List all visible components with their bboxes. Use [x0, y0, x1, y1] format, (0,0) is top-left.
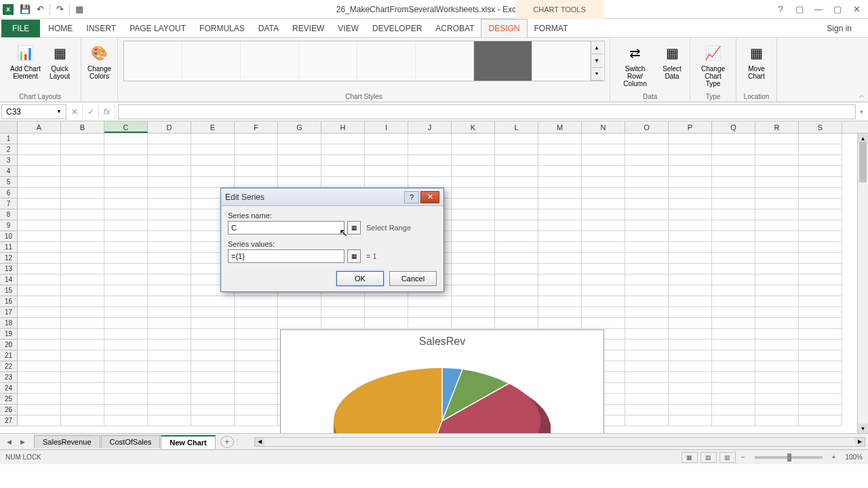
formula-cancel-button[interactable]: ✕ [66, 104, 83, 119]
cell[interactable] [235, 134, 278, 144]
cell[interactable] [669, 329, 712, 340]
cell[interactable] [235, 155, 278, 166]
cell[interactable] [235, 405, 278, 415]
expand-formula-icon[interactable]: ▾ [856, 108, 867, 115]
cell[interactable] [452, 285, 495, 296]
cell[interactable] [408, 177, 452, 188]
cell[interactable] [495, 274, 538, 285]
cell[interactable] [104, 231, 148, 242]
cell[interactable] [18, 155, 61, 166]
cell[interactable] [625, 209, 669, 220]
cell[interactable] [148, 340, 191, 350]
cell[interactable] [148, 155, 191, 166]
cell[interactable] [235, 415, 278, 426]
move-chart-button[interactable]: ▦ Move Chart [743, 41, 770, 81]
cell[interactable] [799, 253, 842, 264]
cell[interactable] [755, 394, 799, 405]
cell[interactable] [321, 155, 365, 166]
cell[interactable] [18, 296, 61, 307]
cell[interactable] [495, 134, 538, 144]
cell[interactable] [712, 144, 755, 155]
cell[interactable] [365, 134, 408, 144]
cell[interactable] [191, 405, 235, 415]
cell[interactable] [191, 296, 235, 307]
column-header[interactable]: I [365, 121, 408, 133]
cell[interactable] [669, 188, 712, 199]
cell[interactable] [799, 155, 842, 166]
cell[interactable] [625, 307, 669, 318]
style-item[interactable] [416, 41, 474, 81]
cell[interactable] [18, 329, 61, 340]
cell[interactable] [538, 166, 582, 177]
cell[interactable] [104, 318, 148, 329]
cell[interactable] [582, 274, 625, 285]
row-header[interactable]: 7 [0, 199, 18, 209]
formula-enter-button[interactable]: ✓ [83, 104, 99, 119]
cell[interactable] [148, 394, 191, 405]
cell[interactable] [669, 166, 712, 177]
cell[interactable] [61, 296, 104, 307]
cell[interactable] [755, 166, 799, 177]
row-header[interactable]: 1 [0, 134, 18, 144]
cell[interactable] [235, 340, 278, 350]
cell[interactable] [452, 274, 495, 285]
cell[interactable] [799, 372, 842, 383]
switch-row-column-button[interactable]: ⇄ Switch Row/ Column [614, 41, 656, 89]
cell[interactable] [755, 177, 799, 188]
row-header[interactable]: 16 [0, 296, 18, 307]
cell[interactable] [799, 166, 842, 177]
chart-styles-gallery[interactable]: ▲ ▼ ▾ [123, 41, 605, 81]
cell[interactable] [712, 253, 755, 264]
cell[interactable] [755, 242, 799, 253]
cell[interactable] [408, 307, 452, 318]
scroll-down-icon[interactable]: ▼ [858, 424, 868, 433]
cell[interactable] [235, 307, 278, 318]
tab-file[interactable]: FILE [1, 20, 40, 37]
cell[interactable] [452, 231, 495, 242]
cell[interactable] [799, 394, 842, 405]
tab-page-layout[interactable]: PAGE LAYOUT [123, 20, 193, 37]
sheet-nav-next[interactable]: ▶ [16, 436, 28, 447]
cell[interactable] [799, 285, 842, 296]
cell[interactable] [104, 253, 148, 264]
cell[interactable] [625, 155, 669, 166]
row-header[interactable]: 5 [0, 177, 18, 188]
cell[interactable] [18, 177, 61, 188]
scroll-down-icon[interactable]: ▼ [591, 54, 603, 67]
cell[interactable] [104, 383, 148, 394]
cell[interactable] [18, 285, 61, 296]
cell[interactable] [365, 296, 408, 307]
cell[interactable] [538, 231, 582, 242]
cell[interactable] [669, 307, 712, 318]
cell[interactable] [148, 177, 191, 188]
sheet-tab-newchart[interactable]: New Chart [161, 435, 215, 449]
cell[interactable] [755, 318, 799, 329]
tab-developer[interactable]: DEVELOPER [366, 20, 429, 37]
zoom-in-button[interactable]: + [829, 453, 839, 461]
cell[interactable] [61, 209, 104, 220]
cell[interactable] [104, 372, 148, 383]
cell[interactable] [538, 285, 582, 296]
cell[interactable] [582, 199, 625, 209]
cell[interactable] [669, 372, 712, 383]
range-selector-button[interactable]: ▦ [347, 221, 361, 235]
cell[interactable] [799, 220, 842, 231]
row-header[interactable]: 3 [0, 155, 18, 166]
style-item[interactable] [474, 41, 532, 81]
cell[interactable] [18, 144, 61, 155]
cell[interactable] [321, 177, 365, 188]
sign-in-link[interactable]: Sign in [823, 20, 856, 37]
style-item[interactable] [124, 41, 182, 81]
cell[interactable] [755, 274, 799, 285]
cell[interactable] [18, 415, 61, 426]
name-box[interactable]: C33 ▼ [1, 104, 66, 119]
cell[interactable] [799, 134, 842, 144]
cell[interactable] [452, 199, 495, 209]
cell[interactable] [148, 318, 191, 329]
cell[interactable] [148, 242, 191, 253]
cell[interactable] [452, 307, 495, 318]
cell[interactable] [61, 144, 104, 155]
cell[interactable] [191, 383, 235, 394]
change-chart-type-button[interactable]: 📈 Change Chart Type [694, 41, 732, 89]
cell[interactable] [61, 285, 104, 296]
